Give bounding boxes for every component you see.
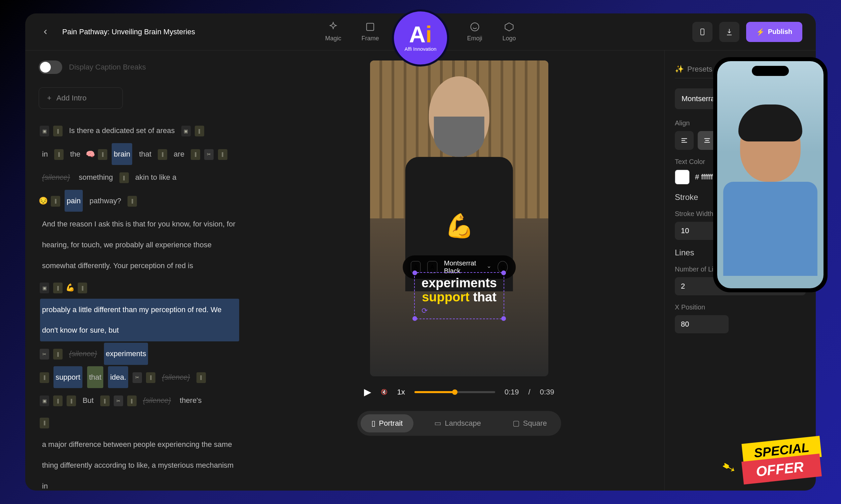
word[interactable]: pathway?: [87, 190, 123, 212]
tab-magic-label: Magic: [325, 35, 341, 42]
pause-mark-icon[interactable]: ‖: [78, 283, 87, 293]
word[interactable]: something: [77, 166, 115, 188]
word[interactable]: And the reason I ask this is that for yo…: [40, 213, 239, 276]
playback-controls: ▶ 🔇 1x 0:19 / 0:39: [364, 386, 554, 397]
word-highlighted[interactable]: experiments: [104, 343, 148, 365]
play-button[interactable]: ▶: [364, 386, 372, 397]
text-color-value[interactable]: # ffffff: [695, 173, 713, 181]
pause-mark-icon[interactable]: ‖: [195, 126, 204, 137]
pause-mark-icon[interactable]: ‖: [146, 372, 155, 383]
back-button[interactable]: [39, 25, 52, 39]
pause-mark-icon[interactable]: ‖: [53, 395, 63, 406]
download-button[interactable]: [719, 22, 739, 42]
pause-mark-icon[interactable]: ‖: [158, 149, 167, 160]
pause-mark-icon[interactable]: ‖: [54, 149, 64, 160]
word[interactable]: akin to like a: [133, 166, 178, 188]
pause-mark-icon[interactable]: ‖: [98, 149, 107, 160]
word[interactable]: a major difference between people experi…: [40, 433, 239, 490]
pause-mark-icon[interactable]: ‖: [127, 395, 137, 406]
svg-point-4: [470, 23, 479, 31]
camera-icon[interactable]: ▣: [181, 126, 191, 137]
add-intro-button[interactable]: + Add Intro: [39, 87, 123, 109]
aspect-portrait-label: Portrait: [379, 419, 403, 428]
aspect-portrait[interactable]: ▯ Portrait: [361, 414, 413, 432]
tab-emoji[interactable]: Emoji: [467, 21, 482, 42]
tab-frame[interactable]: Frame: [361, 21, 379, 42]
refresh-icon[interactable]: ⟳: [422, 306, 497, 315]
volume-icon[interactable]: 🔇: [381, 389, 388, 395]
pause-mark-icon[interactable]: ‖: [53, 349, 63, 360]
bold-icon[interactable]: A: [428, 261, 437, 273]
caption-breaks-toggle[interactable]: [39, 60, 62, 74]
pause-mark-icon[interactable]: ‖: [40, 418, 49, 428]
muscle-emoji-overlay[interactable]: 💪: [445, 212, 474, 239]
progress-thumb[interactable]: [452, 390, 458, 395]
pause-mark-icon[interactable]: ‖: [218, 149, 227, 160]
publish-button[interactable]: ⚡ Publish: [746, 22, 802, 42]
resize-handle[interactable]: [501, 316, 506, 321]
scissors-icon[interactable]: ✂: [204, 149, 213, 160]
word[interactable]: the: [68, 143, 82, 165]
publish-label: Publish: [768, 28, 792, 36]
pause-mark-icon[interactable]: ‖: [100, 395, 110, 406]
word[interactable]: there's: [178, 390, 204, 412]
pause-mark-icon[interactable]: ‖: [53, 126, 63, 137]
word-highlighted[interactable]: support: [53, 366, 82, 389]
word[interactable]: Is there a dedicated set of areas: [67, 120, 177, 142]
video-preview[interactable]: 💪 A A Montserrat Black ⊘ experiments sup…: [370, 60, 548, 376]
tab-magic[interactable]: Magic: [325, 21, 341, 42]
word-highlighted[interactable]: that: [87, 366, 104, 389]
pause-mark-icon[interactable]: ‖: [191, 149, 200, 160]
pause-mark-icon[interactable]: ‖: [119, 173, 129, 183]
tab-presets[interactable]: ✨ Presets: [675, 60, 713, 78]
scissors-icon[interactable]: ✂: [114, 395, 123, 406]
silence-marker[interactable]: {silence}: [40, 166, 72, 188]
svg-rect-0: [367, 23, 374, 30]
camera-icon[interactable]: ▣: [40, 395, 49, 406]
transcript-panel: Display Caption Breaks + Add Intro ▣ ‖ I…: [25, 50, 254, 490]
pause-mark-icon[interactable]: ‖: [127, 196, 137, 206]
pause-mark-icon[interactable]: ‖: [67, 395, 76, 406]
tab-logo[interactable]: Logo: [502, 21, 516, 42]
silence-marker[interactable]: {silence}: [141, 390, 173, 412]
pause-mark-icon[interactable]: ‖: [40, 372, 49, 383]
mobile-preview-button[interactable]: [692, 22, 713, 42]
silence-marker[interactable]: {silence}: [67, 343, 99, 365]
word[interactable]: in: [40, 143, 50, 165]
word-highlighted[interactable]: brain: [112, 143, 132, 165]
word-highlighted[interactable]: probably a little different than my perc…: [40, 299, 239, 341]
scissors-icon[interactable]: ✂: [40, 349, 49, 360]
playback-speed[interactable]: 1x: [397, 388, 405, 396]
word[interactable]: But: [81, 390, 96, 412]
resize-handle[interactable]: [501, 270, 506, 275]
silence-marker[interactable]: {silence}: [160, 366, 192, 389]
camera-icon[interactable]: ▣: [40, 283, 49, 293]
word-highlighted[interactable]: idea.: [108, 366, 128, 389]
align-left-button[interactable]: [675, 131, 694, 150]
caption-selection[interactable]: experiments support that ⟳: [414, 272, 504, 319]
aspect-square[interactable]: ▢ Square: [502, 414, 558, 432]
caption-line-1: experiments: [422, 276, 497, 290]
progress-bar[interactable]: [414, 391, 495, 393]
time-divider: /: [529, 388, 531, 396]
preview-panel: 💪 A A Montserrat Black ⊘ experiments sup…: [254, 50, 664, 490]
scissors-icon[interactable]: ✂: [133, 372, 142, 383]
aspect-landscape[interactable]: ▭ Landscape: [424, 414, 492, 432]
pause-mark-icon[interactable]: ‖: [53, 283, 63, 293]
camera-icon[interactable]: ▣: [40, 126, 49, 137]
pause-mark-icon[interactable]: ‖: [196, 372, 206, 383]
resize-handle[interactable]: [412, 316, 417, 321]
muscle-emoji-icon: 💪: [66, 283, 75, 292]
resize-handle[interactable]: [412, 270, 417, 275]
pause-mark-icon[interactable]: ‖: [51, 196, 60, 206]
x-position-input[interactable]: 80: [675, 315, 728, 333]
transcript-body[interactable]: ▣ ‖ Is there a dedicated set of areas ▣ …: [39, 119, 241, 490]
main-area: Display Caption Breaks + Add Intro ▣ ‖ I…: [25, 50, 816, 490]
word[interactable]: are: [172, 143, 186, 165]
phone-notch: [752, 66, 789, 76]
word[interactable]: that: [137, 143, 153, 165]
logo-subtitle: Affi Innovation: [405, 46, 437, 52]
word-highlighted[interactable]: pain: [65, 190, 83, 212]
text-color-swatch[interactable]: [675, 170, 690, 184]
caption-text: experiments support that: [422, 276, 497, 304]
